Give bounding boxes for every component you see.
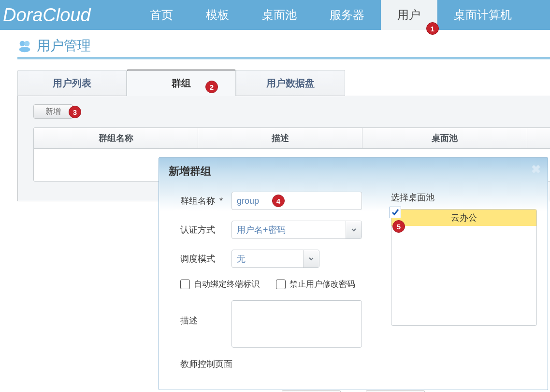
- pool-list: 云办公 5: [391, 209, 537, 326]
- nav-spacer: [98, 0, 133, 30]
- label-group-name: 群组名称 *: [180, 195, 232, 207]
- users-icon: [17, 39, 32, 53]
- page-header: 用户管理: [17, 37, 550, 59]
- tab-label: 群组: [172, 77, 191, 90]
- nav-item-label: 服务器: [330, 7, 364, 23]
- cancel-button[interactable]: 取消: [366, 390, 425, 392]
- close-icon[interactable]: ✖: [531, 163, 541, 176]
- sched-mode-select[interactable]: 无: [232, 250, 319, 268]
- nav-item-label: 模板: [206, 7, 229, 23]
- grid-header-pool: 桌面池: [362, 128, 527, 148]
- row-checkboxes: 自动绑定终端标识 禁止用户修改密码: [180, 279, 376, 290]
- nav-item-home[interactable]: 首页: [133, 0, 189, 30]
- row-auth-method: 认证方式 用户名+密码: [180, 221, 376, 239]
- tab-label: 用户列表: [53, 77, 91, 90]
- checkbox-label: 自动绑定终端标识: [194, 279, 260, 290]
- callout-badge-4: 4: [272, 195, 285, 207]
- required-mark: *: [219, 196, 223, 206]
- description-textarea[interactable]: [232, 300, 362, 348]
- chevron-down-icon: [303, 250, 319, 267]
- add-button[interactable]: 新增 3: [33, 104, 73, 119]
- dialog-title: 新增群组: [169, 164, 211, 179]
- label-description: 描述: [180, 315, 232, 326]
- grid-header-desc: 描述: [198, 128, 362, 148]
- callout-badge-5: 5: [392, 220, 405, 233]
- tab-group[interactable]: 群组 2: [127, 70, 236, 96]
- row-description: 描述: [180, 300, 376, 348]
- nav-item-desktop-pool[interactable]: 桌面池: [246, 0, 313, 30]
- dialog-header[interactable]: 新增群组 ✖: [159, 158, 548, 185]
- checkbox-icon: [276, 280, 286, 289]
- nav-item-label: 桌面池: [262, 7, 297, 23]
- nav-item-server[interactable]: 服务器: [313, 0, 381, 30]
- callout-badge-3: 3: [69, 106, 81, 118]
- svg-point-1: [24, 41, 29, 46]
- nav-item-user[interactable]: 用户 1: [381, 0, 437, 30]
- nav-item-label: 首页: [150, 7, 173, 23]
- checkbox-auto-bind[interactable]: 自动绑定终端标识: [180, 279, 260, 290]
- page-title: 用户管理: [37, 37, 91, 55]
- pool-item-label: 云办公: [391, 212, 536, 224]
- dialog-form-right: 选择桌面池 云办公 5: [391, 192, 537, 380]
- grid-header-name: 群组名称: [34, 128, 198, 148]
- auth-method-select[interactable]: 用户名+密码: [232, 221, 362, 239]
- tab-user-disk[interactable]: 用户数据盘: [236, 70, 345, 96]
- row-teacher-page: 教师控制页面: [180, 358, 376, 370]
- chevron-down-icon: [346, 221, 362, 238]
- submit-button[interactable]: 提交 6: [282, 390, 341, 392]
- nav-item-template[interactable]: 模板: [189, 0, 246, 30]
- checkbox-icon: [390, 207, 401, 218]
- auth-method-value: 用户名+密码: [232, 221, 346, 238]
- checkbox-label: 禁止用户修改密码: [289, 279, 355, 290]
- label-teacher-page: 教师控制页面: [180, 358, 232, 370]
- pool-item[interactable]: 云办公: [391, 210, 536, 226]
- callout-badge-2: 2: [205, 81, 218, 93]
- tab-user-list[interactable]: 用户列表: [17, 70, 127, 96]
- dialog-footer: 提交 6 取消: [159, 390, 548, 392]
- navbar: DoraCloud 首页 模板 桌面池 服务器 用户 1 桌面计算机: [0, 0, 550, 30]
- label-text: 群组名称: [180, 196, 215, 206]
- nav-item-label: 桌面计算机: [454, 7, 512, 23]
- group-name-input[interactable]: [232, 192, 362, 210]
- nav-item-label: 用户: [397, 7, 420, 23]
- label-auth-method: 认证方式: [180, 224, 232, 236]
- label-select-pool: 选择桌面池: [391, 192, 537, 203]
- label-sched-mode: 调度模式: [180, 253, 232, 265]
- grid-header-empty: [527, 128, 550, 148]
- checkbox-deny-pwd[interactable]: 禁止用户修改密码: [276, 279, 355, 290]
- checkbox-icon: [180, 280, 190, 289]
- dialog-new-group: 新增群组 ✖ 群组名称 * 4 认证方式 用户名+密码: [159, 157, 548, 390]
- row-group-name: 群组名称 * 4: [180, 192, 376, 210]
- brand-logo: DoraCloud: [0, 0, 98, 30]
- tab-label: 用户数据盘: [266, 77, 315, 90]
- row-sched-mode: 调度模式 无: [180, 250, 376, 268]
- dialog-form-left: 群组名称 * 4 认证方式 用户名+密码 调度模式: [180, 192, 376, 380]
- nav-item-desktop-computer[interactable]: 桌面计算机: [437, 0, 528, 30]
- add-button-label: 新增: [45, 107, 61, 117]
- callout-badge-1: 1: [426, 22, 439, 35]
- grid-header: 群组名称 描述 桌面池: [34, 128, 550, 149]
- svg-point-2: [19, 47, 30, 52]
- sched-mode-value: 无: [232, 250, 303, 267]
- tabstrip: 用户列表 群组 2 用户数据盘: [17, 70, 550, 96]
- dialog-body: 群组名称 * 4 认证方式 用户名+密码 调度模式: [159, 185, 548, 380]
